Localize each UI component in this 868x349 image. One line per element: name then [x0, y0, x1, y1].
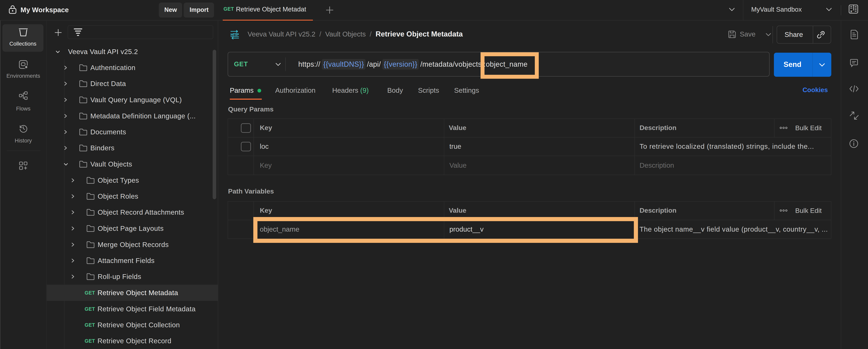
svg-text:HTTP: HTTP: [230, 33, 239, 37]
svg-text:x: x: [850, 9, 852, 13]
